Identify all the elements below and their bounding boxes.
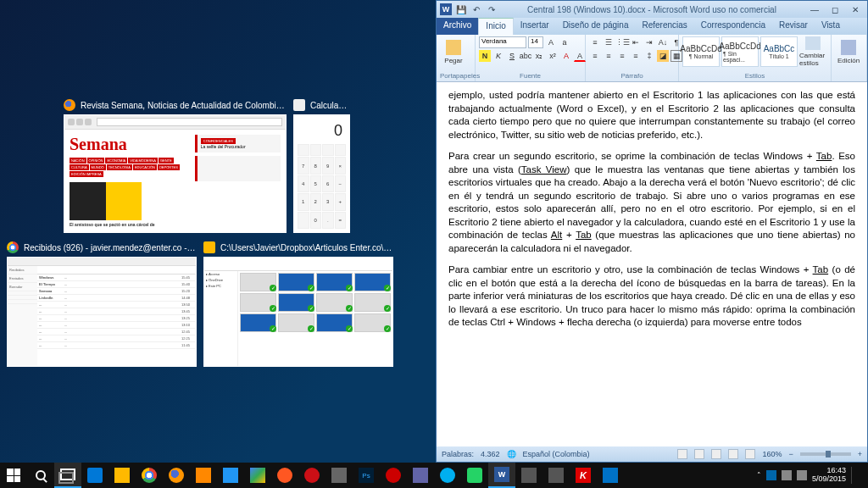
word-count[interactable]: 4.362 bbox=[481, 450, 500, 458]
undo-icon[interactable]: ↶ bbox=[470, 3, 482, 15]
edge-icon[interactable] bbox=[81, 463, 108, 488]
view-web-icon[interactable] bbox=[711, 449, 721, 459]
tab-view[interactable]: Vista bbox=[815, 18, 847, 35]
view-outline-icon[interactable] bbox=[728, 449, 738, 459]
tab-review[interactable]: Revisar bbox=[772, 18, 815, 35]
show-desktop-button[interactable] bbox=[851, 467, 861, 484]
window-header: C:\Users\Javier\Dropbox\Articulos Enter.… bbox=[203, 241, 393, 253]
multilevel-button[interactable]: ⋮☰ bbox=[616, 36, 628, 48]
redo-icon[interactable]: ↷ bbox=[486, 3, 498, 15]
editing-button[interactable]: Edición bbox=[835, 36, 862, 67]
strike-button[interactable]: abc bbox=[520, 50, 531, 62]
line-spacing-button[interactable]: ‡ bbox=[643, 50, 655, 62]
sort-button[interactable]: A↓ bbox=[657, 36, 669, 48]
photoshop-icon[interactable]: Ps bbox=[353, 463, 380, 488]
kaspersky-icon[interactable]: K bbox=[570, 463, 597, 488]
task-view-button[interactable] bbox=[54, 463, 81, 488]
tab-home[interactable]: Inicio bbox=[478, 18, 513, 35]
maximize-button[interactable]: ◻ bbox=[826, 5, 843, 14]
google-drive-icon[interactable] bbox=[244, 463, 271, 488]
task-view-window-firefox[interactable]: Revista Semana, Noticias de Actualidad d… bbox=[64, 99, 287, 235]
window-title: Recibidos (926) - javier.mendez@enter.co… bbox=[24, 243, 197, 252]
zoom-level[interactable]: 160% bbox=[762, 450, 782, 458]
align-right-button[interactable]: ≡ bbox=[616, 50, 628, 62]
style-heading1[interactable]: AaBbCcTítulo 1 bbox=[760, 36, 798, 67]
view-full-screen-icon[interactable] bbox=[694, 449, 704, 459]
language[interactable]: Español (Colombia) bbox=[523, 450, 590, 458]
minimize-button[interactable]: — bbox=[806, 5, 823, 14]
underline-button[interactable]: S bbox=[506, 50, 518, 62]
indent-inc-button[interactable]: ⇥ bbox=[643, 36, 655, 48]
window-thumbnail[interactable]: 0 789× 456− 123+ 0.= bbox=[293, 114, 350, 233]
paragraph: ejemplo, usted podría mantener abierto e… bbox=[448, 89, 855, 141]
outlook-icon[interactable] bbox=[597, 463, 624, 488]
dragon-icon[interactable] bbox=[380, 463, 407, 488]
close-button[interactable]: ✕ bbox=[847, 5, 864, 14]
chrome-icon[interactable] bbox=[136, 463, 163, 488]
word-count-label[interactable]: Palabras: bbox=[442, 450, 474, 458]
skype-icon[interactable] bbox=[434, 463, 461, 488]
window-thumbnail[interactable]: ▸ Acceso▸ OneDrive▸ Este PC ✓ ✓ ✓ ✓ ✓ ✓ … bbox=[203, 257, 393, 367]
numbering-button[interactable]: ☰ bbox=[603, 36, 615, 48]
font-name-select[interactable]: Verdana bbox=[479, 36, 526, 48]
tab-file[interactable]: Archivo bbox=[437, 18, 478, 35]
notepad-icon[interactable] bbox=[326, 463, 353, 488]
font-size-select[interactable]: 14 bbox=[528, 36, 543, 48]
tab-mailings[interactable]: Correspondencia bbox=[694, 18, 772, 35]
superscript-button[interactable]: x² bbox=[547, 50, 559, 62]
grow-font-icon[interactable]: A bbox=[545, 36, 557, 48]
tray-icon[interactable] bbox=[782, 470, 792, 480]
style-normal[interactable]: AaBbCcDd¶ Normal bbox=[682, 36, 720, 67]
font-color-button[interactable]: A bbox=[574, 50, 586, 62]
zoom-in-button[interactable]: + bbox=[858, 450, 862, 458]
indent-dec-button[interactable]: ⇤ bbox=[630, 36, 642, 48]
task-view-window-calculator[interactable]: Calculadora 0 789× 456− 123+ 0.= bbox=[293, 99, 350, 235]
play-music-icon[interactable] bbox=[217, 463, 244, 488]
subscript-button[interactable]: x₂ bbox=[533, 50, 545, 62]
document-body[interactable]: ejemplo, usted podría mantener abierto e… bbox=[437, 82, 867, 446]
app-icon[interactable] bbox=[515, 463, 542, 488]
winamp-icon[interactable] bbox=[190, 463, 217, 488]
file-explorer-icon[interactable] bbox=[108, 463, 136, 488]
zoom-out-button[interactable]: − bbox=[788, 450, 793, 458]
save-icon[interactable]: 💾 bbox=[455, 3, 467, 15]
window-thumbnail[interactable]: RecibidosEnviadosBorrador Windows...15:4… bbox=[7, 257, 197, 367]
view-draft-icon[interactable] bbox=[745, 449, 755, 459]
whatsapp-icon[interactable] bbox=[461, 463, 488, 488]
clock[interactable]: 16:43 5/09/2015 bbox=[812, 467, 846, 484]
shading-button[interactable]: ◪ bbox=[657, 50, 669, 62]
style-no-spacing[interactable]: AaBbCcDd¶ Sin espaci... bbox=[721, 36, 759, 67]
volume-icon[interactable] bbox=[797, 470, 807, 480]
view-print-layout-icon[interactable] bbox=[677, 449, 687, 459]
start-button[interactable] bbox=[0, 463, 27, 488]
bullets-button[interactable]: ≡ bbox=[589, 36, 601, 48]
window-thumbnail[interactable]: Semana NACIÓNOPINIÓNECONOMÍAVIDA MODERNA… bbox=[64, 114, 287, 233]
tray-icon[interactable] bbox=[766, 470, 776, 480]
task-view-window-gmail[interactable]: Recibidos (926) - javier.mendez@enter.co… bbox=[7, 241, 197, 369]
firefox-icon[interactable] bbox=[163, 463, 190, 488]
align-left-button[interactable]: ≡ bbox=[589, 50, 601, 62]
tray-overflow-icon[interactable]: ˄ bbox=[757, 471, 761, 480]
zoom-slider[interactable] bbox=[800, 452, 851, 456]
tab-references[interactable]: Referencias bbox=[635, 18, 693, 35]
align-center-button[interactable]: ≡ bbox=[603, 50, 615, 62]
task-view-window-explorer[interactable]: C:\Users\Javier\Dropbox\Articulos Enter.… bbox=[203, 241, 393, 369]
language-icon[interactable]: 🌐 bbox=[507, 450, 516, 458]
justify-button[interactable]: ≡ bbox=[630, 50, 642, 62]
search-button[interactable] bbox=[27, 463, 54, 488]
paste-button[interactable]: Pegar bbox=[440, 36, 467, 67]
shrink-font-icon[interactable]: a bbox=[559, 36, 570, 48]
app-icon[interactable] bbox=[542, 463, 570, 488]
tab-insert[interactable]: Insertar bbox=[514, 18, 556, 35]
highlight-button[interactable]: A bbox=[560, 50, 572, 62]
change-styles-button[interactable]: Cambiar estilos bbox=[799, 36, 826, 67]
italic-button[interactable]: K bbox=[492, 50, 504, 62]
opera-icon[interactable] bbox=[298, 463, 326, 488]
bold-button[interactable]: N bbox=[479, 50, 491, 62]
word-icon[interactable]: W bbox=[440, 3, 452, 15]
word-running-icon[interactable]: W bbox=[488, 463, 515, 488]
teams-icon[interactable] bbox=[407, 463, 434, 488]
sidebar-tag: CONFIDENCIALES bbox=[201, 138, 236, 144]
itunes-icon[interactable] bbox=[271, 463, 298, 488]
tab-layout[interactable]: Diseño de página bbox=[556, 18, 636, 35]
